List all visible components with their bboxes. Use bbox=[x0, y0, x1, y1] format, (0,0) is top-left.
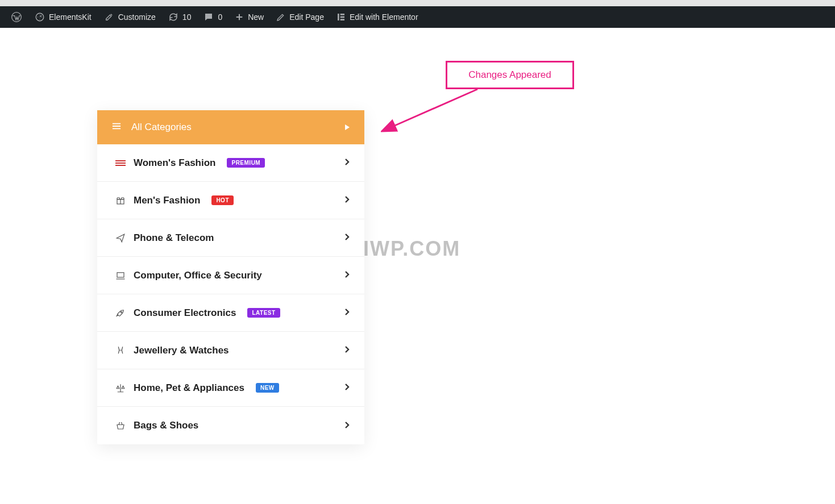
cheers-icon bbox=[115, 345, 126, 356]
category-label: Jewellery & Watches bbox=[134, 345, 229, 356]
svg-rect-2 bbox=[338, 14, 339, 20]
annotation-callout: Changes Appeared bbox=[446, 61, 574, 89]
admin-item-customize[interactable]: Customize bbox=[98, 6, 162, 28]
badge: NEW bbox=[256, 383, 279, 393]
laptop-icon bbox=[115, 270, 126, 281]
category-item[interactable]: Men's FashionHOT bbox=[97, 182, 364, 219]
chevron-right-icon bbox=[344, 233, 350, 243]
annotation-arrow bbox=[381, 88, 529, 156]
category-label: Consumer Electronics bbox=[134, 307, 236, 319]
browser-strip bbox=[0, 0, 835, 6]
category-label: Women's Fashion bbox=[134, 157, 215, 169]
category-item[interactable]: Jewellery & Watches bbox=[97, 332, 364, 369]
admin-item-edit-page[interactable]: Edit Page bbox=[270, 6, 330, 28]
hamburger-icon bbox=[112, 122, 121, 133]
admin-label: ElementsKit bbox=[49, 13, 92, 22]
chevron-right-icon bbox=[344, 345, 350, 355]
svg-point-15 bbox=[121, 311, 122, 313]
chevron-right-icon bbox=[344, 270, 350, 280]
category-item[interactable]: Phone & Telecom bbox=[97, 219, 364, 257]
admin-item-elementskit[interactable]: ElementsKit bbox=[28, 6, 98, 28]
callout-text: Changes Appeared bbox=[468, 69, 551, 81]
category-item[interactable]: Women's FashionPREMIUM bbox=[97, 144, 364, 182]
comment-icon bbox=[203, 12, 214, 22]
admin-label: Edit Page bbox=[289, 13, 324, 22]
category-item[interactable]: Computer, Office & Security bbox=[97, 257, 364, 294]
svg-marker-9 bbox=[345, 124, 350, 130]
badge: PREMIUM bbox=[227, 158, 265, 168]
category-item[interactable]: Bags & Shoes bbox=[97, 407, 364, 444]
wp-admin-bar: ElementsKit Customize 10 0 New Edit Page bbox=[0, 6, 835, 28]
svg-point-0 bbox=[12, 13, 22, 22]
admin-item-elementor[interactable]: Edit with Elementor bbox=[330, 6, 425, 28]
admin-label: Customize bbox=[118, 13, 156, 22]
chevron-right-icon bbox=[344, 308, 350, 318]
category-label: Bags & Shoes bbox=[134, 420, 198, 431]
category-item[interactable]: Consumer ElectronicsLATEST bbox=[97, 294, 364, 332]
svg-line-7 bbox=[392, 89, 477, 127]
chevron-right-icon bbox=[344, 158, 350, 168]
chevron-right-icon bbox=[344, 383, 350, 393]
chevron-right-icon bbox=[344, 195, 350, 205]
page-content: HEIWP.COM Changes Appeared All Categorie… bbox=[0, 28, 835, 504]
brush-icon bbox=[104, 12, 114, 22]
admin-wp-logo[interactable] bbox=[5, 6, 28, 28]
elementor-icon bbox=[337, 13, 346, 22]
admin-item-new[interactable]: New bbox=[229, 6, 270, 28]
admin-label: Edit with Elementor bbox=[350, 13, 418, 22]
category-header[interactable]: All Categories bbox=[97, 110, 364, 144]
category-label: Computer, Office & Security bbox=[134, 270, 262, 281]
plus-icon bbox=[235, 13, 244, 22]
basket-icon bbox=[115, 420, 126, 431]
gauge-icon bbox=[35, 12, 45, 22]
caret-right-icon bbox=[345, 122, 350, 133]
badge: HOT bbox=[211, 195, 234, 205]
category-header-label: All Categories bbox=[131, 122, 192, 133]
category-label: Men's Fashion bbox=[134, 195, 200, 206]
category-label: Home, Pet & Appliances bbox=[134, 382, 244, 394]
category-label: Phone & Telecom bbox=[134, 232, 214, 244]
lines-icon bbox=[115, 160, 126, 166]
scale-icon bbox=[115, 383, 126, 393]
send-icon bbox=[115, 233, 126, 243]
admin-label: New bbox=[248, 13, 264, 22]
admin-item-updates[interactable]: 10 bbox=[162, 6, 198, 28]
chevron-right-icon bbox=[344, 421, 350, 431]
admin-label: 10 bbox=[182, 13, 192, 22]
category-panel: All Categories Women's FashionPREMIUMMen… bbox=[97, 110, 364, 444]
category-item[interactable]: Home, Pet & AppliancesNEW bbox=[97, 369, 364, 407]
rocket-icon bbox=[115, 308, 126, 318]
admin-item-comments[interactable]: 0 bbox=[197, 6, 229, 28]
gift-icon bbox=[115, 195, 126, 206]
pencil-icon bbox=[276, 13, 285, 22]
svg-rect-3 bbox=[340, 14, 344, 15]
svg-rect-4 bbox=[340, 16, 344, 18]
admin-label: 0 bbox=[218, 13, 222, 22]
wordpress-icon bbox=[11, 11, 22, 23]
refresh-icon bbox=[168, 12, 178, 22]
svg-rect-14 bbox=[117, 272, 124, 277]
svg-rect-5 bbox=[340, 19, 344, 20]
badge: LATEST bbox=[247, 308, 280, 318]
